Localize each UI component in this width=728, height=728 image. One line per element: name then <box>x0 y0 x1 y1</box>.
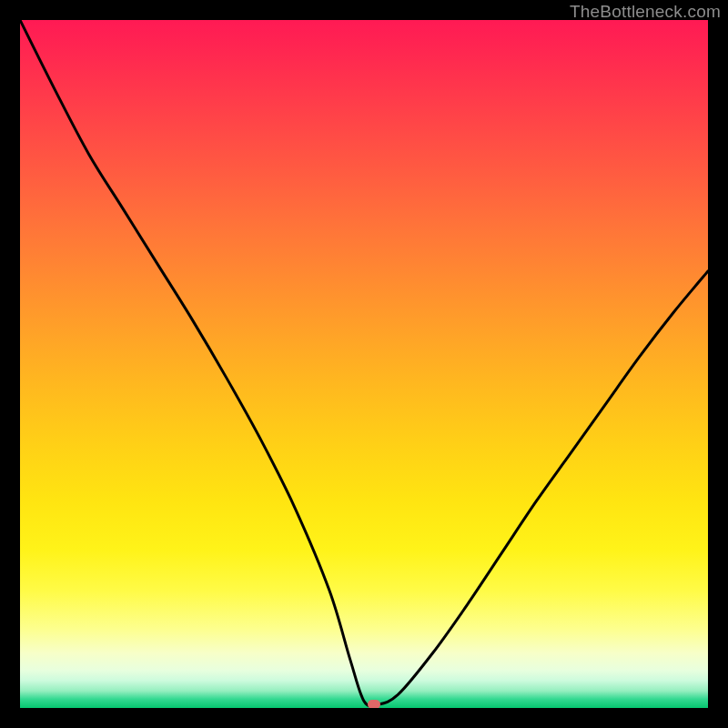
chart-container: TheBottleneck.com <box>0 0 728 728</box>
watermark-text: TheBottleneck.com <box>570 2 721 22</box>
minimum-marker <box>368 700 380 708</box>
bottleneck-curve <box>20 20 708 706</box>
curve-svg <box>20 20 708 708</box>
plot-area <box>20 20 708 708</box>
